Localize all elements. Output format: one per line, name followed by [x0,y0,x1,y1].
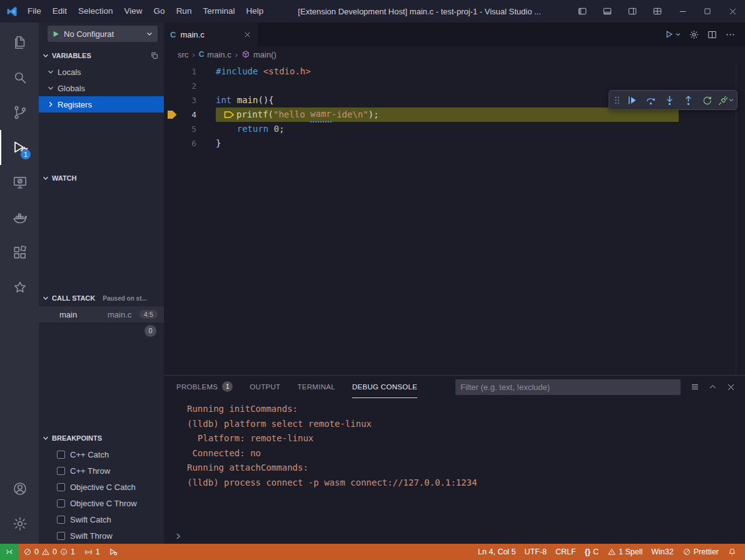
toggle-secondary-sidebar-icon[interactable] [620,0,645,22]
console-filter-input[interactable] [455,379,681,395]
breakpoint-swift-throw[interactable]: Swift Throw [39,528,164,544]
panel-tab-terminal[interactable]: TERMINAL [297,376,335,398]
customize-layout-icon[interactable] [645,0,670,22]
stack-frame-main[interactable]: mainmain.c4:5 [39,306,164,322]
activity-bar-item-explorer[interactable] [0,25,39,60]
split-editor-icon[interactable] [704,26,721,43]
variables-item-registers[interactable]: Registers [39,96,164,112]
run-file-button[interactable] [661,26,684,43]
activity-bar-item-favorites[interactable] [0,270,39,305]
breakpoint-checkbox[interactable] [57,532,65,540]
prettier-status[interactable]: Prettier [678,544,723,560]
variables-item-globals[interactable]: Globals [39,80,164,96]
language-mode[interactable]: {} C [580,544,603,560]
maximize-panel-icon[interactable] [705,379,721,395]
menu-go[interactable]: Go [148,0,171,22]
start-debugging-icon[interactable] [52,30,60,38]
step-out-button[interactable] [679,91,697,109]
code-editor[interactable]: 1#include <stdio.h>23int main(){4printf(… [164,62,745,375]
breadcrumb-item-src[interactable]: src [178,50,188,59]
remote-indicator[interactable] [0,544,19,560]
encoding-label: UTF-8 [525,548,547,556]
activity-bar-item-accounts[interactable] [0,471,39,506]
debug-session-status[interactable] [104,544,123,560]
notifications-bell[interactable] [723,544,741,560]
activity-bar-item-source-control[interactable] [0,95,39,130]
menu-view[interactable]: View [119,0,148,22]
breakpoint-objective-c-catch[interactable]: Objective C Catch [39,479,164,495]
console-line-1: Running initCommands: [187,402,745,417]
launch-config-dropdown[interactable]: No Configurat [48,26,158,42]
copy-value-icon[interactable] [150,51,159,60]
ports-status[interactable]: 1 [79,544,104,560]
breadcrumb-item-main-c[interactable]: Cmain.c [199,50,231,59]
breakpoint-checkbox[interactable] [57,499,65,508]
close-window-icon[interactable] [720,0,745,22]
disconnect-button[interactable] [716,91,735,109]
call-stack-list: mainmain.c4:5 [39,306,164,322]
breakpoint-checkbox[interactable] [57,467,65,475]
chevron-down-icon [41,434,50,442]
activity-bar-item-remote-explorer[interactable] [0,165,39,200]
continue-button[interactable] [622,91,641,109]
activity-bar-item-run-and-debug[interactable]: 1 [0,130,39,165]
breakpoint-checkbox[interactable] [57,483,65,491]
restart-button[interactable] [697,91,716,109]
code-text: printf("hello wamr-ide\n"); [216,108,679,122]
platform-indicator[interactable]: Win32 [647,544,677,560]
debug-console-input[interactable] [164,529,745,544]
run-and-debug-sidebar: No Configurat VARIABLES LocalsGlobalsReg… [39,22,164,544]
eol-indicator[interactable]: CRLF [551,544,580,560]
toggle-panel-icon[interactable] [595,0,620,22]
menu-selection[interactable]: Selection [73,0,119,22]
menu-edit[interactable]: Edit [47,0,73,22]
breakpoint-label: C++ Catch [70,450,109,459]
breakpoint-checkbox[interactable] [57,516,65,524]
drag-handle-button[interactable] [611,91,622,109]
breakpoint-swift-catch[interactable]: Swift Catch [39,511,164,528]
breakpoints-section-header[interactable]: BREAKPOINTS [39,430,164,446]
variables-section-header[interactable]: VARIABLES [39,48,164,64]
activity-bar-item-search[interactable] [0,60,39,95]
watch-section-header[interactable]: WATCH [39,170,164,186]
breakpoints-list: C++ CatchC++ ThrowObjective C CatchObjec… [39,446,164,544]
minimize-button-icon[interactable] [670,0,695,22]
panel-tab-debug-console[interactable]: DEBUG CONSOLE [352,376,417,398]
maximize-button-icon[interactable] [695,0,720,22]
problems-status[interactable]: 0 0 1 [19,544,79,560]
editor-scrollbar[interactable] [736,62,745,375]
output-options-icon[interactable] [687,379,702,395]
extensions-icon [12,244,28,261]
settings-gear-icon[interactable] [686,26,702,43]
more-actions-icon[interactable] [722,26,739,43]
activity-bar-item-docker[interactable] [0,200,39,235]
close-tab-icon[interactable] [243,31,251,39]
chevron-right-icon: › [235,50,238,59]
encoding-indicator[interactable]: UTF-8 [520,544,551,560]
activity-bar-item-extensions[interactable] [0,235,39,270]
panel-tab-problems[interactable]: PROBLEMS1 [176,376,233,398]
panel-tab-output[interactable]: OUTPUT [250,376,280,398]
breakpoint-checkbox[interactable] [57,451,65,459]
menu-terminal[interactable]: Terminal [197,0,240,22]
activity-bar-item-settings[interactable] [0,506,39,541]
menu-help[interactable]: Help [240,0,269,22]
cursor-position[interactable]: Ln 4, Col 5 [474,544,520,560]
tab-main-c[interactable]: C main.c [164,22,258,46]
call-stack-section-header[interactable]: CALL STACK Paused on st... [39,290,164,306]
breakpoint-gutter[interactable] [164,111,180,119]
error-circle-icon [23,548,32,556]
breakpoint-c-throw[interactable]: C++ Throw [39,462,164,479]
step-into-button[interactable] [660,91,679,109]
breakpoint-c-catch[interactable]: C++ Catch [39,446,164,462]
close-panel-icon[interactable] [723,379,739,395]
variables-item-locals[interactable]: Locals [39,64,164,80]
toggle-sidebar-icon[interactable] [570,0,595,22]
menu-run[interactable]: Run [171,0,198,22]
files-icon [12,34,28,51]
breadcrumb-item-main[interactable]: main() [241,50,276,59]
breakpoint-objective-c-throw[interactable]: Objective C Throw [39,495,164,511]
step-over-button[interactable] [641,91,660,109]
spell-status[interactable]: 1 Spell [603,544,647,560]
menu-file[interactable]: File [22,0,47,22]
